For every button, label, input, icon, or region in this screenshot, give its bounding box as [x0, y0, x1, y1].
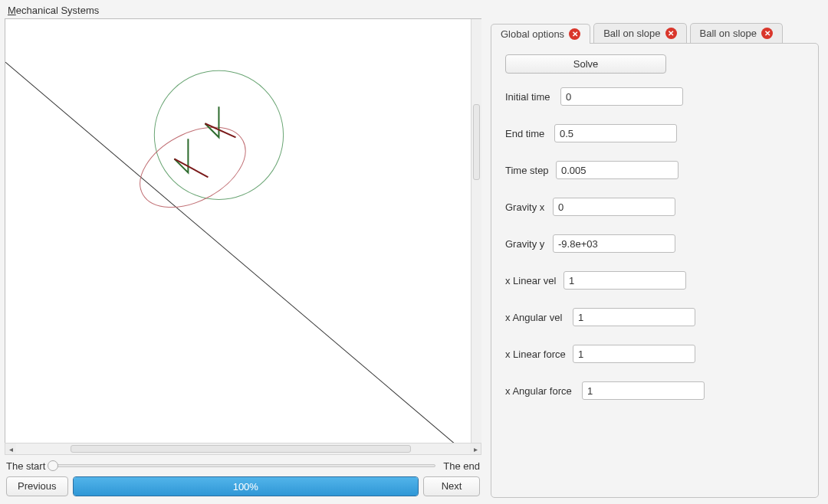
gravity-x-input[interactable] [553, 198, 675, 216]
svg-line-0 [5, 62, 466, 443]
field-x-angular-force: x Angular force [505, 381, 804, 400]
field-gravity-x: Gravity x [505, 198, 804, 216]
tab-ball-on-slope-2[interactable]: Ball on slope ✕ [690, 23, 783, 43]
field-initial-time: Initial time [505, 87, 804, 106]
gravity-y-input[interactable] [553, 234, 675, 253]
field-label: x Angular force [505, 385, 577, 397]
x-angular-vel-input[interactable] [573, 308, 695, 326]
right-column: Global options ✕ Ball on slope ✕ Ball on… [486, 18, 823, 498]
time-slider-row: The start The end [5, 455, 481, 475]
previous-button[interactable]: Previous [6, 476, 68, 496]
field-end-time: End time [505, 124, 804, 142]
slider-end-label: The end [443, 460, 480, 472]
main-content: ◂ ▸ The start The end Previous 100% [5, 18, 823, 498]
tab-ball-on-slope-1[interactable]: Ball on slope ✕ [593, 23, 686, 43]
close-icon[interactable]: ✕ [569, 28, 580, 40]
simulation-canvas[interactable] [5, 18, 481, 443]
x-angular-force-input[interactable] [582, 381, 705, 400]
field-label: Gravity x [505, 201, 548, 213]
vertical-scroll-thumb[interactable] [473, 104, 480, 181]
solve-button[interactable]: Solve [505, 54, 666, 74]
horizontal-scroll-track[interactable] [16, 443, 470, 454]
field-label: End time [505, 128, 550, 139]
slider-start-label: The start [6, 460, 45, 472]
scroll-right-icon[interactable]: ▸ [470, 443, 481, 454]
horizontal-scroll-thumb[interactable] [71, 445, 411, 453]
field-x-angular-vel: x Angular vel [505, 308, 804, 326]
scroll-left-icon[interactable]: ◂ [5, 443, 16, 454]
tab-label: Global options [501, 28, 564, 40]
title-bar: Mechanical Systems [5, 3, 823, 18]
time-slider[interactable] [53, 460, 435, 472]
field-x-linear-vel: x Linear vel [505, 271, 804, 290]
x-linear-force-input[interactable] [573, 345, 695, 363]
x-linear-vel-input[interactable] [564, 271, 686, 290]
time-step-input[interactable] [556, 161, 678, 179]
horizontal-scrollbar[interactable]: ◂ ▸ [5, 443, 481, 455]
field-label: x Angular vel [505, 312, 568, 323]
field-label: Gravity y [505, 238, 548, 250]
close-icon[interactable]: ✕ [665, 28, 677, 39]
close-icon[interactable]: ✕ [761, 28, 773, 39]
app-window: Mechanical Systems [0, 0, 828, 504]
field-gravity-y: Gravity y [505, 234, 804, 253]
field-x-linear-force: x Linear force [505, 345, 804, 363]
vertical-scrollbar[interactable] [471, 19, 481, 443]
field-label: x Linear vel [505, 275, 559, 286]
slider-track [53, 464, 435, 467]
field-label: Time step [505, 165, 551, 176]
playback-controls: Previous 100% Next [5, 475, 481, 498]
progress-bar: 100% [73, 476, 419, 496]
progress-text: 100% [74, 477, 418, 496]
field-label: Initial time [505, 91, 556, 103]
next-button[interactable]: Next [423, 476, 480, 496]
left-column: ◂ ▸ The start The end Previous 100% [5, 18, 481, 498]
initial-time-input[interactable] [560, 87, 683, 106]
field-time-step: Time step [505, 161, 804, 179]
tab-label: Ball on slope [700, 28, 757, 39]
tab-label: Ball on slope [603, 28, 660, 39]
svg-point-2 [127, 111, 258, 224]
field-label: x Linear force [505, 349, 568, 360]
scene-svg [5, 19, 481, 443]
options-panel: Solve Initial time End time Time step Gr… [491, 43, 819, 498]
end-time-input[interactable] [554, 124, 677, 142]
tab-strip: Global options ✕ Ball on slope ✕ Ball on… [486, 18, 823, 43]
slider-knob[interactable] [48, 460, 58, 471]
window-title: echanical Systems [16, 5, 99, 16]
tab-global-options[interactable]: Global options ✕ [491, 24, 590, 44]
